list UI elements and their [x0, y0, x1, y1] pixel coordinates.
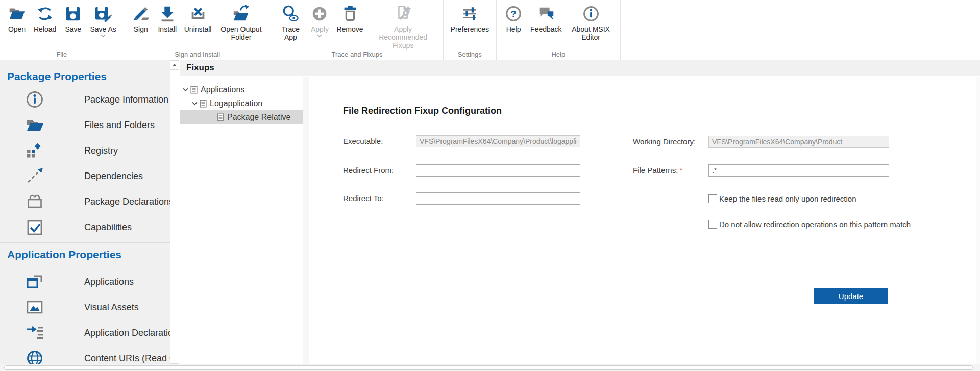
triangle-up-icon: [173, 64, 177, 66]
reload-button[interactable]: Reload: [31, 4, 59, 33]
ribbon-button-label: Sign: [134, 25, 148, 33]
sidebar-item-dependencies[interactable]: Dependencies: [0, 163, 170, 189]
sidebar-item-package-declarations[interactable]: Package Declarations: [0, 189, 170, 214]
about-msix-editor-icon: [581, 4, 601, 23]
tree-item-package-relative[interactable]: Package Relative: [180, 110, 303, 124]
install-icon: [158, 4, 177, 23]
form-title: File Redirection Fixup Configuration: [343, 106, 502, 116]
tree-item-label: Package Relative: [227, 113, 291, 122]
ribbon-button-label: Open Output Folder: [218, 25, 263, 41]
fixups-panel-title: Fixups: [186, 63, 214, 73]
sidebar-item-application-declarations-read-only[interactable]: Application Declarations (Read Only): [0, 320, 170, 345]
preferences-button[interactable]: Preferences: [448, 4, 492, 33]
apply-icon: [310, 4, 329, 23]
scroll-up-button[interactable]: [170, 61, 179, 70]
ribbon-button-label: About MSIX Editor: [569, 25, 613, 41]
sidebar-item-label: Dependencies: [84, 171, 143, 182]
ribbon-button-label: Apply Recommended Fixups: [371, 25, 436, 50]
help-button[interactable]: ?Help: [501, 4, 526, 33]
chevron-down-icon[interactable]: [191, 100, 199, 107]
sidebar-item-visual-assets[interactable]: Visual Assets: [0, 294, 170, 320]
ribbon-button-label: Trace App: [278, 25, 303, 41]
uninstall-button[interactable]: Uninstall: [181, 4, 215, 33]
no-redirect-on-match-checkbox[interactable]: [708, 220, 717, 229]
keep-read-only-checkbox-label: Keep the files read only upon redirectio…: [719, 194, 856, 203]
preferences-icon: [460, 4, 479, 23]
tree-item-label: Logapplication: [210, 99, 262, 108]
executable-label: Executable:: [343, 137, 383, 145]
help-icon: ?: [504, 4, 523, 23]
save-as-button[interactable]: Save As: [87, 4, 119, 37]
sidebar-scrollbar[interactable]: [170, 60, 179, 364]
document-icon: [200, 100, 207, 108]
ribbon-group-trace-and-fixups: Trace AppApplyRemoveApply Recommended Fi…: [271, 0, 443, 60]
sidebar-item-capabilities[interactable]: Capabilities: [0, 214, 170, 240]
panel-splitter[interactable]: [303, 77, 309, 364]
keep-read-only-checkbox-row: Keep the files read only upon redirectio…: [708, 194, 856, 203]
visual-assets-icon: [24, 297, 45, 317]
sidebar-item-content-uris-read-only[interactable]: Content URIs (Read Only): [0, 345, 170, 364]
remove-button[interactable]: Remove: [333, 4, 366, 33]
update-button[interactable]: Update: [814, 288, 888, 304]
open-output-folder-button[interactable]: Open Output Folder: [215, 4, 266, 41]
ribbon-button-label: Preferences: [451, 25, 489, 33]
document-icon: [217, 113, 224, 121]
sidebar-item-label: Package Information: [84, 94, 168, 105]
apply-recommended-fixups-icon: [394, 4, 413, 23]
sidebar-item-package-information[interactable]: Package Information: [0, 87, 170, 112]
file-patterns-input[interactable]: [708, 164, 889, 177]
ribbon-button-label: Help: [506, 25, 521, 33]
open-button[interactable]: Open: [4, 4, 30, 33]
ribbon-button-label: Apply: [311, 25, 329, 33]
ribbon-group-help: ?HelpFeedbackAbout MSIX EditorHelp: [497, 0, 620, 60]
no-redirect-on-match-checkbox-label: Do not allow redirection operations on t…: [719, 220, 911, 229]
sidebar-item-label: Applications: [84, 277, 134, 287]
sidebar-item-label: Capabilities: [84, 222, 132, 233]
sign-icon: [131, 4, 151, 23]
document-icon: [190, 86, 198, 94]
ribbon-button-label: Reload: [34, 25, 56, 33]
vertical-scrollbar-track[interactable]: [976, 77, 980, 364]
horizontal-scrollbar-thumb[interactable]: [4, 365, 973, 370]
redirect-from-input[interactable]: [416, 164, 580, 177]
ribbon-button-label: Save As: [90, 25, 116, 33]
trace-app-button[interactable]: Trace App: [275, 4, 306, 41]
files-and-folders-icon: [24, 115, 45, 135]
registry-icon: [24, 140, 45, 161]
keep-read-only-checkbox[interactable]: [708, 194, 717, 203]
tree-item-label: Applications: [201, 85, 244, 94]
sign-button[interactable]: Sign: [128, 4, 154, 33]
fixup-configuration-panel: File Redirection Fixup Configuration Upd…: [309, 77, 976, 364]
sidebar-heading-application-properties: Application Properties: [0, 243, 170, 269]
ribbon-group-settings: PreferencesSettings: [444, 0, 497, 60]
applications-icon: [24, 271, 45, 292]
remove-icon: [340, 4, 360, 23]
sidebar-item-label: Files and Folders: [84, 120, 155, 131]
content-uris-icon: [24, 348, 45, 364]
no-redirect-on-match-checkbox-row: Do not allow redirection operations on t…: [708, 220, 911, 229]
save-button[interactable]: Save: [60, 4, 86, 33]
about-msix-editor-button[interactable]: About MSIX Editor: [566, 4, 616, 41]
sidebar-item-label: Content URIs (Read Only): [84, 353, 170, 364]
tree-item-logapplication[interactable]: Logapplication: [180, 96, 303, 110]
dependencies-icon: [24, 166, 45, 186]
feedback-button[interactable]: Feedback: [527, 4, 565, 33]
navigation-sidebar: Package PropertiesPackage InformationFil…: [0, 60, 170, 364]
apply-recommended-fixups-button: Apply Recommended Fixups: [368, 4, 439, 50]
trace-app-icon: [281, 4, 300, 23]
tree-item-applications[interactable]: Applications: [180, 83, 303, 96]
sidebar-item-applications[interactable]: Applications: [0, 269, 170, 294]
working-directory-label: Working Directory:: [633, 137, 696, 146]
sidebar-item-files-and-folders[interactable]: Files and Folders: [0, 112, 170, 138]
redirect-to-label: Redirect To:: [343, 194, 384, 203]
apply-button: Apply: [307, 4, 332, 37]
sidebar-heading-package-properties: Package Properties: [0, 60, 170, 87]
chevron-down-icon[interactable]: [182, 86, 189, 93]
ribbon-toolbar: OpenReloadSaveSave AsFileSignInstallUnin…: [0, 0, 980, 60]
ribbon-button-label: Save: [65, 25, 81, 33]
horizontal-scrollbar[interactable]: [0, 364, 980, 371]
sidebar-item-registry[interactable]: Registry: [0, 138, 170, 163]
redirect-to-input[interactable]: [416, 192, 580, 205]
install-button[interactable]: Install: [155, 4, 180, 33]
ribbon-group-label: File: [0, 51, 124, 58]
